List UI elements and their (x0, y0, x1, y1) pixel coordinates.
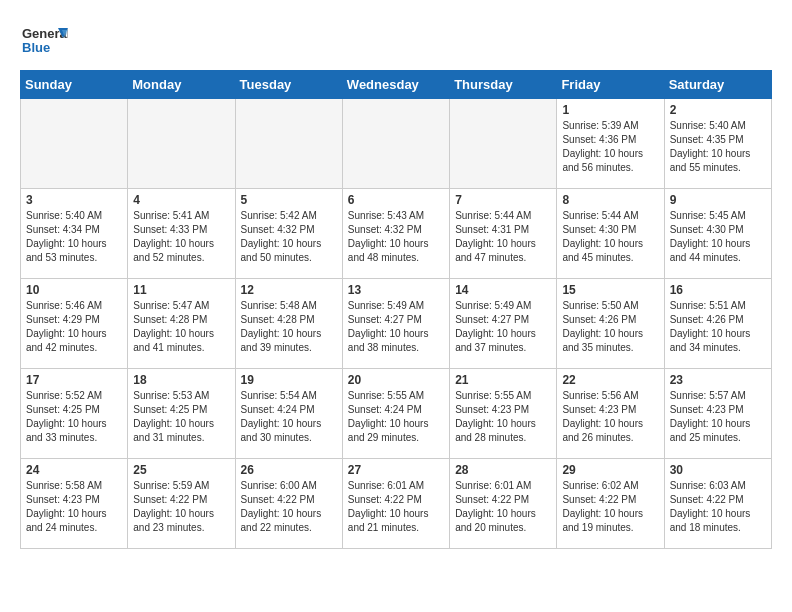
day-info: Sunrise: 6:03 AM Sunset: 4:22 PM Dayligh… (670, 479, 766, 535)
day-cell: 2Sunrise: 5:40 AM Sunset: 4:35 PM Daylig… (664, 99, 771, 189)
day-cell: 15Sunrise: 5:50 AM Sunset: 4:26 PM Dayli… (557, 279, 664, 369)
day-cell: 19Sunrise: 5:54 AM Sunset: 4:24 PM Dayli… (235, 369, 342, 459)
day-cell: 21Sunrise: 5:55 AM Sunset: 4:23 PM Dayli… (450, 369, 557, 459)
day-cell: 7Sunrise: 5:44 AM Sunset: 4:31 PM Daylig… (450, 189, 557, 279)
day-cell (342, 99, 449, 189)
week-row-2: 10Sunrise: 5:46 AM Sunset: 4:29 PM Dayli… (21, 279, 772, 369)
day-cell: 1Sunrise: 5:39 AM Sunset: 4:36 PM Daylig… (557, 99, 664, 189)
day-cell: 25Sunrise: 5:59 AM Sunset: 4:22 PM Dayli… (128, 459, 235, 549)
day-number: 26 (241, 463, 337, 477)
day-info: Sunrise: 5:59 AM Sunset: 4:22 PM Dayligh… (133, 479, 229, 535)
day-number: 14 (455, 283, 551, 297)
logo-icon: General Blue (20, 20, 68, 60)
day-number: 2 (670, 103, 766, 117)
calendar-table: SundayMondayTuesdayWednesdayThursdayFrid… (20, 70, 772, 549)
day-number: 22 (562, 373, 658, 387)
day-number: 6 (348, 193, 444, 207)
day-info: Sunrise: 5:55 AM Sunset: 4:23 PM Dayligh… (455, 389, 551, 445)
day-number: 25 (133, 463, 229, 477)
col-header-saturday: Saturday (664, 71, 771, 99)
day-number: 15 (562, 283, 658, 297)
day-number: 29 (562, 463, 658, 477)
day-number: 30 (670, 463, 766, 477)
day-cell: 23Sunrise: 5:57 AM Sunset: 4:23 PM Dayli… (664, 369, 771, 459)
day-info: Sunrise: 5:50 AM Sunset: 4:26 PM Dayligh… (562, 299, 658, 355)
day-cell: 17Sunrise: 5:52 AM Sunset: 4:25 PM Dayli… (21, 369, 128, 459)
day-info: Sunrise: 5:55 AM Sunset: 4:24 PM Dayligh… (348, 389, 444, 445)
day-cell (235, 99, 342, 189)
day-number: 12 (241, 283, 337, 297)
day-info: Sunrise: 5:54 AM Sunset: 4:24 PM Dayligh… (241, 389, 337, 445)
week-row-1: 3Sunrise: 5:40 AM Sunset: 4:34 PM Daylig… (21, 189, 772, 279)
week-row-0: 1Sunrise: 5:39 AM Sunset: 4:36 PM Daylig… (21, 99, 772, 189)
day-cell: 6Sunrise: 5:43 AM Sunset: 4:32 PM Daylig… (342, 189, 449, 279)
day-number: 1 (562, 103, 658, 117)
logo: General Blue (20, 20, 68, 60)
day-number: 27 (348, 463, 444, 477)
day-info: Sunrise: 5:48 AM Sunset: 4:28 PM Dayligh… (241, 299, 337, 355)
day-cell: 8Sunrise: 5:44 AM Sunset: 4:30 PM Daylig… (557, 189, 664, 279)
day-info: Sunrise: 5:52 AM Sunset: 4:25 PM Dayligh… (26, 389, 122, 445)
day-cell: 30Sunrise: 6:03 AM Sunset: 4:22 PM Dayli… (664, 459, 771, 549)
day-number: 24 (26, 463, 122, 477)
day-cell: 13Sunrise: 5:49 AM Sunset: 4:27 PM Dayli… (342, 279, 449, 369)
day-cell: 28Sunrise: 6:01 AM Sunset: 4:22 PM Dayli… (450, 459, 557, 549)
day-number: 3 (26, 193, 122, 207)
day-info: Sunrise: 5:45 AM Sunset: 4:30 PM Dayligh… (670, 209, 766, 265)
day-cell: 26Sunrise: 6:00 AM Sunset: 4:22 PM Dayli… (235, 459, 342, 549)
day-info: Sunrise: 5:40 AM Sunset: 4:34 PM Dayligh… (26, 209, 122, 265)
week-row-3: 17Sunrise: 5:52 AM Sunset: 4:25 PM Dayli… (21, 369, 772, 459)
day-cell: 9Sunrise: 5:45 AM Sunset: 4:30 PM Daylig… (664, 189, 771, 279)
day-cell: 12Sunrise: 5:48 AM Sunset: 4:28 PM Dayli… (235, 279, 342, 369)
day-cell: 11Sunrise: 5:47 AM Sunset: 4:28 PM Dayli… (128, 279, 235, 369)
day-info: Sunrise: 5:41 AM Sunset: 4:33 PM Dayligh… (133, 209, 229, 265)
day-info: Sunrise: 6:01 AM Sunset: 4:22 PM Dayligh… (455, 479, 551, 535)
day-number: 7 (455, 193, 551, 207)
calendar-header-row: SundayMondayTuesdayWednesdayThursdayFrid… (21, 71, 772, 99)
day-number: 17 (26, 373, 122, 387)
day-info: Sunrise: 5:44 AM Sunset: 4:31 PM Dayligh… (455, 209, 551, 265)
week-row-4: 24Sunrise: 5:58 AM Sunset: 4:23 PM Dayli… (21, 459, 772, 549)
day-cell (21, 99, 128, 189)
day-number: 23 (670, 373, 766, 387)
day-number: 11 (133, 283, 229, 297)
day-number: 10 (26, 283, 122, 297)
col-header-friday: Friday (557, 71, 664, 99)
day-cell: 27Sunrise: 6:01 AM Sunset: 4:22 PM Dayli… (342, 459, 449, 549)
day-cell: 16Sunrise: 5:51 AM Sunset: 4:26 PM Dayli… (664, 279, 771, 369)
day-number: 5 (241, 193, 337, 207)
day-info: Sunrise: 6:02 AM Sunset: 4:22 PM Dayligh… (562, 479, 658, 535)
day-cell: 3Sunrise: 5:40 AM Sunset: 4:34 PM Daylig… (21, 189, 128, 279)
day-info: Sunrise: 5:51 AM Sunset: 4:26 PM Dayligh… (670, 299, 766, 355)
page-header: General Blue (20, 20, 772, 60)
calendar-body: 1Sunrise: 5:39 AM Sunset: 4:36 PM Daylig… (21, 99, 772, 549)
day-number: 4 (133, 193, 229, 207)
col-header-thursday: Thursday (450, 71, 557, 99)
col-header-monday: Monday (128, 71, 235, 99)
day-cell: 29Sunrise: 6:02 AM Sunset: 4:22 PM Dayli… (557, 459, 664, 549)
day-info: Sunrise: 5:43 AM Sunset: 4:32 PM Dayligh… (348, 209, 444, 265)
svg-text:Blue: Blue (22, 40, 50, 55)
day-number: 9 (670, 193, 766, 207)
day-info: Sunrise: 5:56 AM Sunset: 4:23 PM Dayligh… (562, 389, 658, 445)
day-cell: 14Sunrise: 5:49 AM Sunset: 4:27 PM Dayli… (450, 279, 557, 369)
day-cell: 22Sunrise: 5:56 AM Sunset: 4:23 PM Dayli… (557, 369, 664, 459)
day-info: Sunrise: 5:57 AM Sunset: 4:23 PM Dayligh… (670, 389, 766, 445)
day-info: Sunrise: 5:58 AM Sunset: 4:23 PM Dayligh… (26, 479, 122, 535)
day-number: 18 (133, 373, 229, 387)
day-cell: 20Sunrise: 5:55 AM Sunset: 4:24 PM Dayli… (342, 369, 449, 459)
day-info: Sunrise: 6:01 AM Sunset: 4:22 PM Dayligh… (348, 479, 444, 535)
day-info: Sunrise: 5:49 AM Sunset: 4:27 PM Dayligh… (455, 299, 551, 355)
day-cell: 10Sunrise: 5:46 AM Sunset: 4:29 PM Dayli… (21, 279, 128, 369)
day-cell (128, 99, 235, 189)
day-number: 8 (562, 193, 658, 207)
col-header-sunday: Sunday (21, 71, 128, 99)
day-cell: 24Sunrise: 5:58 AM Sunset: 4:23 PM Dayli… (21, 459, 128, 549)
day-number: 28 (455, 463, 551, 477)
day-info: Sunrise: 5:46 AM Sunset: 4:29 PM Dayligh… (26, 299, 122, 355)
col-header-wednesday: Wednesday (342, 71, 449, 99)
day-number: 21 (455, 373, 551, 387)
day-info: Sunrise: 6:00 AM Sunset: 4:22 PM Dayligh… (241, 479, 337, 535)
day-info: Sunrise: 5:53 AM Sunset: 4:25 PM Dayligh… (133, 389, 229, 445)
day-info: Sunrise: 5:44 AM Sunset: 4:30 PM Dayligh… (562, 209, 658, 265)
